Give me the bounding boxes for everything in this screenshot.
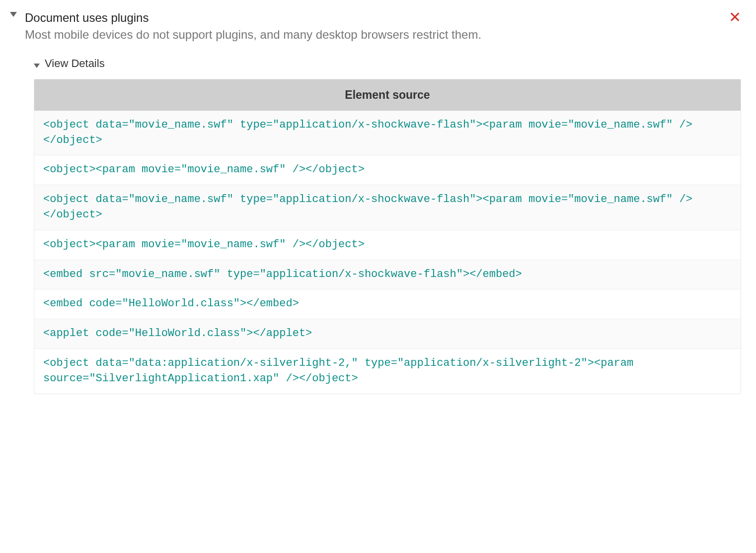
table-row: <object data="movie_name.swf" type="appl… bbox=[34, 185, 741, 230]
table-row: <object data="data:application/x-silverl… bbox=[34, 348, 741, 394]
table-row: <embed src="movie_name.swf" type="applic… bbox=[34, 260, 741, 289]
table-header: Element source bbox=[34, 79, 741, 111]
audit-title: Document uses plugins bbox=[25, 10, 481, 25]
table-row: <object><param movie="movie_name.swf" />… bbox=[34, 230, 741, 260]
details-label: View Details bbox=[45, 57, 105, 70]
chevron-down-icon bbox=[34, 64, 40, 68]
audit-header[interactable]: Document uses plugins Most mobile device… bbox=[25, 10, 741, 43]
audit-description: Most mobile devices do not support plugi… bbox=[25, 26, 481, 43]
audit-item: ✕ Document uses plugins Most mobile devi… bbox=[10, 10, 741, 394]
table-body: <object data="movie_name.swf" type="appl… bbox=[34, 111, 741, 394]
details-toggle[interactable]: View Details bbox=[34, 57, 741, 70]
table-row: <applet code="HelloWorld.class"></applet… bbox=[34, 319, 741, 348]
details-table: Element source <object data="movie_name.… bbox=[34, 79, 741, 394]
details-section: View Details Element source <object data… bbox=[34, 57, 741, 394]
chevron-down-icon[interactable] bbox=[10, 12, 17, 17]
table-row: <object><param movie="movie_name.swf" />… bbox=[34, 155, 741, 185]
table-row: <object data="movie_name.swf" type="appl… bbox=[34, 111, 741, 155]
table-row: <embed code="HelloWorld.class"></embed> bbox=[34, 289, 741, 319]
fail-icon: ✕ bbox=[729, 10, 741, 25]
